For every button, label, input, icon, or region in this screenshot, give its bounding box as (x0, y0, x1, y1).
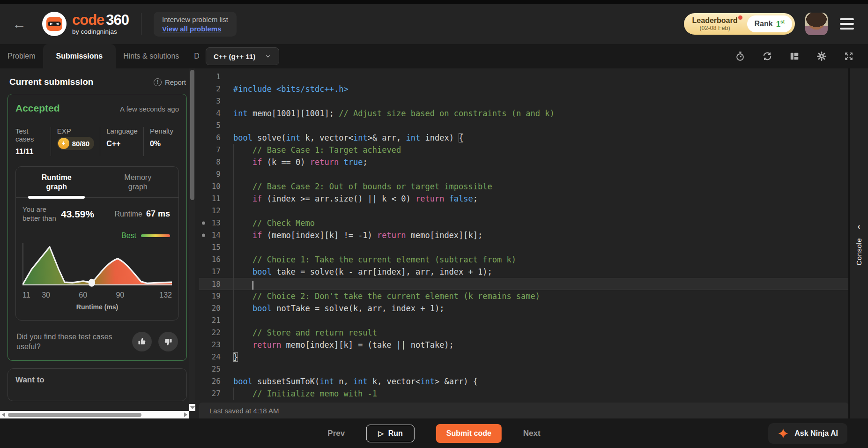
ninja-logo-icon (42, 12, 67, 36)
problem-list-box: Interview problem list View all problems (154, 12, 237, 37)
code-line[interactable]: 26bool subsetSumToK(int n, int k, vector… (199, 375, 848, 388)
line-number: 27 (199, 388, 221, 400)
code-editor[interactable]: 12#include <bits/stdc++.h>34int memo[100… (199, 68, 848, 418)
code-line[interactable]: 16 // Choice 1: Take the current element… (199, 254, 848, 266)
code-text: if (index >= arr.size() || k < 0) return… (233, 193, 478, 205)
code-line[interactable]: 9 (199, 168, 848, 180)
line-number: 24 (199, 351, 221, 363)
leaderboard-text: Leaderboard (02-08 Feb) (692, 16, 742, 32)
code-line[interactable]: 5 (199, 119, 848, 132)
content-row: Current submission ! Report Accepted A f… (0, 68, 868, 418)
code-line[interactable]: 23 return memo[index][k] = (take || notT… (199, 339, 848, 351)
code-line[interactable]: 17 bool take = solve(k - arr[index], arr… (199, 266, 848, 278)
hamburger-menu-icon[interactable] (838, 16, 856, 31)
line-number: 25 (199, 363, 221, 375)
next-section-title: Want to (15, 375, 179, 385)
text-cursor (252, 281, 253, 290)
code-line[interactable]: 21 (199, 314, 848, 327)
chevron-left-icon: ‹ (858, 222, 861, 231)
code-line[interactable]: 19 // Choice 2: Don't take the current e… (199, 290, 848, 302)
code-text: // Choice 1: Take the current element (s… (233, 254, 516, 266)
code-lines[interactable]: 12#include <bits/stdc++.h>34int memo[100… (199, 68, 848, 403)
tab-submissions[interactable]: Submissions (43, 44, 116, 68)
code-line[interactable]: 24} (199, 351, 848, 363)
rank-badge: Rank 1st (747, 15, 793, 33)
chart-legend: Best (121, 231, 170, 240)
thumbs-down-button[interactable] (158, 332, 178, 351)
thumbs-down-icon (163, 337, 173, 346)
line-number: 16 (199, 254, 221, 266)
code-line[interactable]: 15 (199, 241, 848, 254)
fullscreen-icon[interactable] (844, 51, 854, 61)
scroll-left-arrow[interactable] (2, 412, 5, 417)
code-text: if (memo[index][k] != -1) return memo[in… (233, 229, 482, 241)
leaderboard-button[interactable]: Leaderboard (02-08 Feb) Rank 1st (684, 13, 795, 35)
code-line[interactable]: 7 // Base Case 1: Target achieved (199, 144, 848, 156)
tab-memory-graph[interactable]: Memory graph (97, 167, 179, 197)
code-line[interactable]: 25 (199, 363, 848, 375)
scroll-right-arrow[interactable] (184, 412, 187, 417)
code-line[interactable]: 2#include <bits/stdc++.h> (199, 83, 848, 95)
vertical-scrollbar-thumb[interactable] (190, 70, 194, 200)
console-toggle[interactable]: ‹ Console (848, 68, 868, 418)
code360-logo[interactable]: code360 by codingninjas (42, 12, 129, 36)
back-arrow-icon[interactable]: ← (12, 17, 26, 31)
refresh-icon[interactable] (762, 51, 772, 61)
stats-row: Test cases 11/11 EXP 80/80 Langua (15, 127, 179, 156)
view-all-problems-link[interactable]: View all problems (162, 25, 228, 33)
next-button[interactable]: Next (523, 429, 541, 438)
code-line[interactable]: 11 if (index >= arr.size() || k < 0) ret… (199, 193, 848, 205)
logo-text: code360 by codingninjas (72, 13, 129, 35)
rank-value: 1st (776, 19, 785, 29)
run-button[interactable]: ▷ Run (366, 425, 415, 442)
prev-button[interactable]: Prev (327, 429, 345, 438)
report-button[interactable]: ! Report (154, 78, 186, 86)
code-line[interactable]: 12 (199, 205, 848, 217)
code-text: return memo[index][k] = (take || notTake… (233, 339, 454, 351)
stat-penalty: Penalty 0% (143, 127, 179, 156)
tab-discussion[interactable]: Discussion (186, 44, 199, 68)
avatar[interactable] (805, 13, 828, 35)
thumbs-up-button[interactable] (132, 332, 152, 351)
line-number: 7 (199, 144, 221, 156)
code-line[interactable]: 13 // Check Memo (199, 217, 848, 229)
app-window: ← code360 by codingninjas Interview prob… (0, 0, 868, 448)
sparkle-icon (778, 428, 789, 439)
tab-problem[interactable]: Problem (0, 44, 43, 68)
code-line[interactable]: 20 bool notTake = solve(k, arr, index + … (199, 302, 848, 314)
panel-horizontal-scrollbar[interactable] (0, 411, 189, 418)
language-selector[interactable]: C++ (g++ 11) (206, 47, 279, 65)
timer-icon[interactable] (735, 51, 745, 61)
layout-icon[interactable] (789, 51, 800, 61)
code-line[interactable]: 22 // Store and return result (199, 327, 848, 339)
code-line[interactable]: 6bool solve(int k, vector<int>& arr, int… (199, 132, 848, 144)
header-right: Leaderboard (02-08 Feb) Rank 1st (684, 13, 856, 35)
scroll-down-button[interactable] (189, 404, 195, 411)
rank-label: Rank (755, 20, 773, 28)
tab-runtime-graph[interactable]: Runtime graph (16, 167, 97, 197)
code-line[interactable]: 1 (199, 71, 848, 83)
thumbs-up-icon (137, 337, 147, 346)
code-line[interactable]: 4int memo[1001][1001]; // Adjust size ba… (199, 107, 848, 119)
code-line[interactable]: 27 // Initialize memo with -1 (199, 388, 848, 400)
code-text: } (233, 351, 238, 363)
submit-code-button[interactable]: Submit code (436, 424, 502, 443)
line-number: 4 (199, 107, 221, 119)
code-line[interactable]: 18 (199, 278, 848, 290)
panel-vertical-scrollbar[interactable] (189, 68, 195, 411)
settings-icon[interactable] (816, 51, 827, 61)
code-text (233, 278, 253, 290)
code-line[interactable]: 8 if (k == 0) return true; (199, 156, 848, 168)
horizontal-scrollbar-thumb[interactable] (8, 413, 141, 417)
tab-hints-solutions[interactable]: Hints & solutions (116, 44, 186, 68)
code-line[interactable]: 14 if (memo[index][k] != -1) return memo… (199, 229, 848, 241)
code-text: // Store and return result (233, 327, 377, 339)
code-text: bool take = solve(k - arr[index], arr, i… (233, 266, 492, 278)
code-line[interactable]: 10 // Base Case 2: Out of bounds or targ… (199, 180, 848, 193)
ask-ninja-ai-button[interactable]: Ask Ninja AI (768, 423, 847, 444)
next-section-card: Want to (7, 368, 187, 401)
accepted-card: Accepted A few seconds ago Test cases 11… (7, 94, 187, 361)
code-line[interactable]: 3 (199, 95, 848, 107)
code-text: bool notTake = solve(k, arr, index + 1); (233, 302, 444, 314)
footer-bar: Prev ▷ Run Submit code Next Ask Ninja AI (0, 418, 868, 448)
